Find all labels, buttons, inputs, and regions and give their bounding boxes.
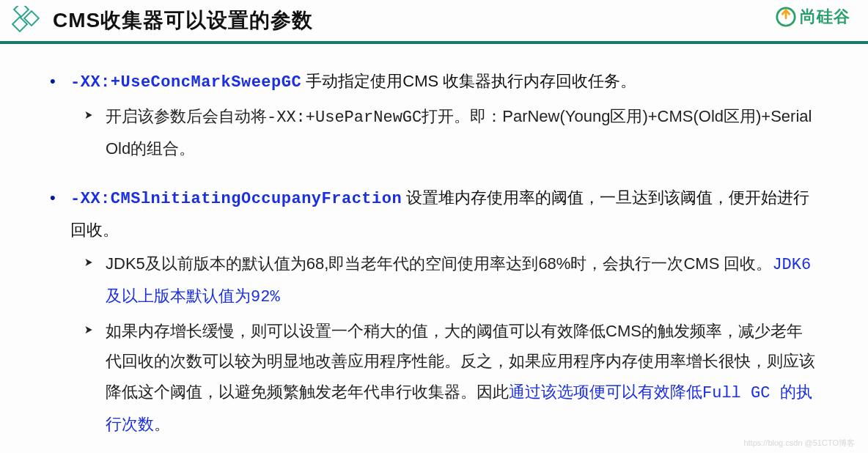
param-flag-2: -XX:CMSlnitiatingOccupanyFraction [70,190,402,208]
svg-rect-0 [14,6,29,17]
sub-bullet-1-1: 开启该参数后会自动将-XX:+UseParNewGC打开。即：ParNew(Yo… [106,101,817,164]
brand-icon [775,6,797,28]
bullet-item-2: -XX:CMSlnitiatingOccupanyFraction 设置堆内存使… [70,183,817,441]
watermark: https://blog.csdn @51CTO博客 [743,438,855,449]
sub-list-2: JDK5及以前版本的默认值为68,即当老年代的空间使用率达到68%时，会执行一次… [70,248,817,441]
param-desc-1: 手动指定使用CMS 收集器执行内存回收任务。 [301,72,636,90]
header: CMS收集器可以设置的参数 [0,0,868,41]
sub-list-1: 开启该参数后会自动将-XX:+UseParNewGC打开。即：ParNew(Yo… [70,101,817,164]
diamond-icon [10,6,40,35]
slide-body: -XX:+UseConcMarkSweepGC 手动指定使用CMS 收集器执行内… [0,44,868,441]
sub-bullet-2-1: JDK5及以前版本的默认值为68,即当老年代的空间使用率达到68%时，会执行一次… [106,248,817,313]
brand-text: 尚硅谷 [800,6,850,28]
slide: CMS收集器可以设置的参数 尚硅谷 -XX:+UseConcMarkSweepG… [0,0,868,453]
slide-title: CMS收集器可以设置的参数 [53,7,313,34]
sub-bullet-2-2: 如果内存增长缓慢，则可以设置一个稍大的值，大的阈值可以有效降低CMS的触发频率，… [106,316,817,441]
param-flag-1: -XX:+UseConcMarkSweepGC [70,73,301,92]
brand-logo: 尚硅谷 [775,6,850,28]
bullet-item-1: -XX:+UseConcMarkSweepGC 手动指定使用CMS 收集器执行内… [70,66,817,163]
